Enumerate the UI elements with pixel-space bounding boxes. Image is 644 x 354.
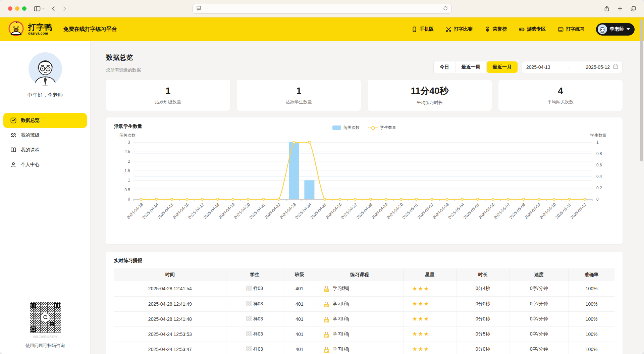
- cell-stars: ★★★: [403, 311, 456, 326]
- sidebar-item-courses[interactable]: 我的课程: [3, 143, 87, 157]
- legend-bar-label: 闯关次数: [343, 125, 360, 131]
- stat-value: 1: [296, 86, 301, 96]
- legend-bar-swatch: [332, 125, 341, 130]
- table-row: 2025-04-24 12:53:53祥03401f j学习f和j★★★0分5秒…: [114, 326, 614, 342]
- share-icon[interactable]: [604, 6, 609, 11]
- range-option-1[interactable]: 最近一周: [455, 61, 487, 73]
- greeting: 中午好，李老师: [28, 92, 63, 98]
- date-start: 2025-04-13: [526, 64, 550, 70]
- nav-item-practice[interactable]: 打字练习: [558, 26, 585, 32]
- classes-icon: [10, 132, 17, 139]
- svg-text:2025-05-05: 2025-05-05: [463, 202, 481, 220]
- redacted-block: [246, 316, 252, 321]
- stat-card-1: 1活跃学生数量: [237, 80, 361, 111]
- activity-chart: 00.511.522.5300.20.40.60.81闯关次数学生数量2025-…: [114, 132, 614, 225]
- svg-text:3: 3: [128, 140, 130, 145]
- user-avatar: [598, 24, 607, 34]
- svg-text:2025-05-12: 2025-05-12: [570, 202, 588, 220]
- legend-item-bar[interactable]: 闯关次数: [332, 125, 360, 131]
- svg-text:0: 0: [596, 197, 599, 202]
- page-subtitle: 您所有班级的数据: [106, 67, 141, 73]
- cell-class: 401: [283, 311, 316, 326]
- date-range-picker[interactable]: 2025-04-13 → 2025-05-12: [522, 61, 623, 73]
- sidebar-toggle-icon[interactable]: [34, 6, 41, 12]
- profile-icon: [10, 161, 17, 168]
- close-window-button[interactable]: [8, 6, 12, 11]
- col-header-1: 学生: [226, 268, 283, 281]
- nav-item-games[interactable]: 游戏专区: [519, 26, 546, 32]
- stat-label: 活跃班级数量: [155, 99, 181, 105]
- cell-class: 401: [283, 296, 316, 311]
- browser-window: 打字鸭 daziya.com 免费在线打字练习平台 手机版打字比赛荣誉榜游戏专区…: [0, 0, 644, 354]
- nav-item-honor[interactable]: 荣誉榜: [485, 26, 507, 32]
- svg-text:2025-05-01: 2025-05-01: [401, 202, 419, 220]
- chevron-down-icon[interactable]: [42, 7, 45, 10]
- stat-label: 平均闯关次数: [547, 99, 574, 105]
- cell-stars: ★★★: [403, 342, 456, 354]
- caret-down-icon: [627, 28, 630, 30]
- zoom-window-button[interactable]: [22, 6, 26, 11]
- qr-caption: 使用问题可扫码咨询: [25, 343, 65, 349]
- range-option-0[interactable]: 今日: [434, 61, 455, 73]
- cell-accuracy: 100%: [569, 281, 614, 296]
- logo[interactable]: 打字鸭 daziya.com: [8, 20, 52, 38]
- cell-course: f j学习f和j: [316, 326, 403, 342]
- cell-stars: ★★★: [403, 296, 456, 311]
- sidebar-item-profile[interactable]: 个人中心: [3, 157, 87, 172]
- svg-text:0.4: 0.4: [596, 174, 602, 179]
- sidebar-item-overview[interactable]: 数据总览: [3, 113, 87, 128]
- legend-item-line[interactable]: 学生数量: [368, 125, 396, 131]
- back-button[interactable]: [52, 6, 55, 11]
- cell-time: 2025-04-28 12:41:54: [114, 281, 226, 296]
- cell-course: f j学习f和j: [316, 342, 403, 354]
- svg-text:2025-04-15: 2025-04-15: [157, 202, 175, 220]
- svg-text:2025-04-23: 2025-04-23: [279, 202, 297, 220]
- cell-course: f j学习f和j: [316, 296, 403, 311]
- nav-item-mobile[interactable]: 手机版: [412, 26, 434, 32]
- user-menu[interactable]: 李老师: [596, 23, 635, 36]
- tab-overview-icon[interactable]: [631, 6, 636, 11]
- lesson-icon: f j: [323, 285, 330, 292]
- sidebar-item-classes[interactable]: 我的班级: [3, 128, 87, 143]
- redacted-block: [246, 286, 252, 291]
- reader-icon: [196, 5, 201, 12]
- svg-text:2025-04-17: 2025-04-17: [187, 202, 205, 220]
- duck-logo-icon: [8, 20, 24, 38]
- svg-text:2025-04-19: 2025-04-19: [218, 202, 236, 220]
- svg-text:2.5: 2.5: [124, 149, 130, 154]
- svg-text:1: 1: [128, 178, 130, 183]
- scrollbar-thumb[interactable]: [640, 19, 643, 161]
- cell-time: 2025-04-24 12:53:47: [114, 342, 226, 354]
- cell-duration: 0分0秒: [457, 296, 509, 311]
- table-row: 2025-04-28 12:41:48祥03401f j学习f和j★★★0分0秒…: [114, 311, 614, 326]
- svg-text:1: 1: [596, 140, 599, 145]
- svg-text:2025-04-25: 2025-04-25: [310, 202, 328, 220]
- redacted-block: [246, 331, 252, 336]
- address-bar[interactable]: [193, 4, 451, 14]
- svg-text:2: 2: [128, 159, 130, 164]
- minimize-window-button[interactable]: [15, 6, 19, 11]
- range-option-2[interactable]: 最近一月: [487, 61, 518, 73]
- reload-icon[interactable]: [443, 6, 448, 12]
- forward-button[interactable]: [63, 6, 66, 11]
- stat-card-2: 11分40秒平均练习时长: [368, 80, 492, 111]
- svg-text:2025-04-16: 2025-04-16: [172, 202, 190, 220]
- new-tab-icon[interactable]: [618, 6, 623, 11]
- stat-label: 平均练习时长: [417, 100, 443, 106]
- col-header-0: 时间: [114, 268, 226, 281]
- nav-item-contest[interactable]: 打字比赛: [446, 26, 473, 32]
- svg-text:2025-05-06: 2025-05-06: [478, 202, 496, 220]
- svg-text:2025-04-24: 2025-04-24: [294, 202, 312, 220]
- svg-text:0: 0: [128, 197, 130, 202]
- nav-menu: 手机版打字比赛荣誉榜游戏专区打字练习: [412, 26, 585, 32]
- lesson-icon: f j: [323, 346, 330, 353]
- svg-text:0.2: 0.2: [596, 186, 602, 190]
- svg-text:2025-05-03: 2025-05-03: [432, 202, 450, 220]
- stats-cards: 1活跃班级数量1活跃学生数量11分40秒平均练习时长4平均闯关次数: [106, 80, 623, 111]
- stat-value: 1: [165, 86, 170, 96]
- cell-time: 2025-04-24 12:53:53: [114, 326, 226, 342]
- lesson-icon: f j: [323, 331, 330, 338]
- lesson-icon: f j: [323, 301, 330, 307]
- cell-stars: ★★★: [403, 326, 456, 342]
- svg-text:2025-05-02: 2025-05-02: [417, 202, 435, 220]
